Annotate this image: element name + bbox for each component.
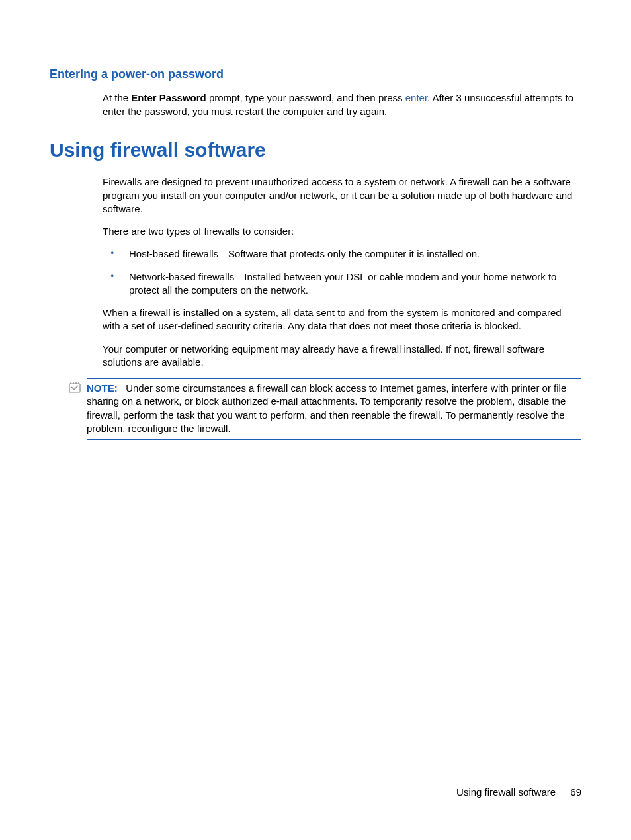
heading-entering-poweron-password: Entering a power-on password bbox=[50, 66, 581, 82]
footer-section-title: Using firewall software bbox=[456, 786, 556, 798]
paragraph-poweron-instruction: At the Enter Password prompt, type your … bbox=[103, 91, 581, 118]
paragraph-firewall-availability: Your computer or networking equipment ma… bbox=[103, 343, 581, 370]
list-item: Host-based firewalls—Software that prote… bbox=[103, 247, 581, 261]
svg-rect-0 bbox=[69, 384, 80, 392]
list-item: Network-based firewalls—Installed betwee… bbox=[103, 271, 581, 298]
paragraph-firewall-types-intro: There are two types of firewalls to cons… bbox=[103, 225, 581, 238]
note-block: NOTE: Under some circumstances a firewal… bbox=[87, 378, 581, 440]
text-key-enter: enter bbox=[405, 92, 427, 103]
text-bold-enter-password: Enter Password bbox=[131, 92, 206, 103]
note-text: Under some circumstances a firewall can … bbox=[87, 382, 566, 434]
heading-using-firewall-software: Using firewall software bbox=[50, 137, 581, 164]
paragraph-firewall-monitoring: When a firewall is installed on a system… bbox=[103, 306, 581, 333]
text-fragment: At the bbox=[103, 92, 131, 103]
page-footer: Using firewall software 69 bbox=[456, 786, 581, 799]
bullet-list-firewall-types: Host-based firewalls—Software that prote… bbox=[103, 247, 581, 297]
paragraph-firewall-intro: Firewalls are designed to prevent unauth… bbox=[103, 175, 581, 216]
note-content: NOTE: Under some circumstances a firewal… bbox=[87, 382, 581, 435]
note-icon bbox=[68, 382, 81, 394]
document-page: Entering a power-on password At the Ente… bbox=[0, 0, 631, 473]
note-label: NOTE: bbox=[87, 382, 118, 394]
footer-page-number: 69 bbox=[570, 786, 581, 798]
text-fragment: prompt, type your password, and then pre… bbox=[206, 92, 405, 103]
